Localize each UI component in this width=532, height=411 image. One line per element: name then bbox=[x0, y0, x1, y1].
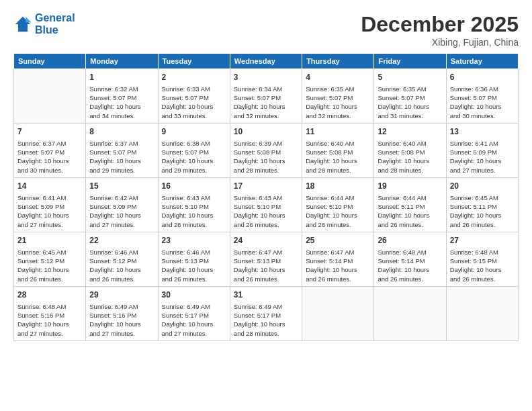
cell-3-5: 26Sunrise: 6:48 AM Sunset: 5:14 PM Dayli… bbox=[374, 232, 446, 286]
day-number: 9 bbox=[162, 126, 226, 138]
cell-3-3: 24Sunrise: 6:47 AM Sunset: 5:13 PM Dayli… bbox=[230, 232, 302, 286]
location: Xibing, Fujian, China bbox=[361, 37, 519, 48]
day-info: Sunrise: 6:36 AM Sunset: 5:07 PM Dayligh… bbox=[450, 85, 515, 120]
col-wednesday: Wednesday bbox=[230, 54, 302, 69]
cell-3-6: 27Sunrise: 6:48 AM Sunset: 5:15 PM Dayli… bbox=[446, 232, 518, 286]
day-number: 20 bbox=[450, 181, 515, 192]
day-number: 29 bbox=[89, 289, 154, 301]
day-info: Sunrise: 6:45 AM Sunset: 5:12 PM Dayligh… bbox=[17, 248, 82, 283]
cell-4-1: 29Sunrise: 6:49 AM Sunset: 5:16 PM Dayli… bbox=[86, 286, 158, 340]
day-number: 7 bbox=[17, 126, 82, 138]
cell-0-0 bbox=[14, 69, 86, 124]
cell-2-1: 15Sunrise: 6:42 AM Sunset: 5:09 PM Dayli… bbox=[86, 177, 158, 232]
cell-2-2: 16Sunrise: 6:43 AM Sunset: 5:10 PM Dayli… bbox=[158, 177, 230, 232]
day-info: Sunrise: 6:41 AM Sunset: 5:09 PM Dayligh… bbox=[450, 139, 515, 175]
day-info: Sunrise: 6:35 AM Sunset: 5:07 PM Dayligh… bbox=[378, 85, 442, 120]
title-block: December 2025 Xibing, Fujian, China bbox=[361, 12, 519, 48]
col-saturday: Saturday bbox=[446, 54, 518, 69]
day-info: Sunrise: 6:43 AM Sunset: 5:10 PM Dayligh… bbox=[234, 193, 298, 229]
day-number: 8 bbox=[89, 126, 154, 138]
cell-2-4: 18Sunrise: 6:44 AM Sunset: 5:10 PM Dayli… bbox=[302, 177, 374, 232]
day-info: Sunrise: 6:44 AM Sunset: 5:10 PM Dayligh… bbox=[306, 193, 370, 229]
cell-0-4: 4Sunrise: 6:35 AM Sunset: 5:07 PM Daylig… bbox=[302, 69, 374, 124]
day-number: 14 bbox=[17, 181, 82, 192]
day-number: 22 bbox=[89, 235, 154, 246]
cell-3-1: 22Sunrise: 6:46 AM Sunset: 5:12 PM Dayli… bbox=[86, 232, 158, 286]
logo-text: General Blue bbox=[35, 12, 75, 36]
month-title: December 2025 bbox=[361, 12, 519, 37]
col-tuesday: Tuesday bbox=[158, 54, 230, 69]
cell-4-0: 28Sunrise: 6:48 AM Sunset: 5:16 PM Dayli… bbox=[14, 286, 86, 340]
day-number: 6 bbox=[450, 72, 515, 83]
cell-0-3: 3Sunrise: 6:34 AM Sunset: 5:07 PM Daylig… bbox=[230, 69, 302, 124]
cell-1-4: 11Sunrise: 6:40 AM Sunset: 5:08 PM Dayli… bbox=[302, 123, 374, 177]
week-row-5: 28Sunrise: 6:48 AM Sunset: 5:16 PM Dayli… bbox=[14, 286, 519, 340]
day-number: 18 bbox=[306, 181, 370, 192]
day-number: 21 bbox=[17, 235, 82, 246]
day-info: Sunrise: 6:49 AM Sunset: 5:17 PM Dayligh… bbox=[162, 302, 226, 338]
header-row: Sunday Monday Tuesday Wednesday Thursday… bbox=[14, 54, 519, 69]
day-info: Sunrise: 6:46 AM Sunset: 5:12 PM Dayligh… bbox=[89, 248, 154, 283]
day-info: Sunrise: 6:48 AM Sunset: 5:14 PM Dayligh… bbox=[378, 248, 442, 283]
cell-4-6 bbox=[446, 286, 518, 340]
cell-1-3: 10Sunrise: 6:39 AM Sunset: 5:08 PM Dayli… bbox=[230, 123, 302, 177]
day-number: 4 bbox=[306, 72, 370, 83]
day-info: Sunrise: 6:40 AM Sunset: 5:08 PM Dayligh… bbox=[378, 139, 442, 175]
col-sunday: Sunday bbox=[14, 54, 86, 69]
cell-1-1: 8Sunrise: 6:37 AM Sunset: 5:07 PM Daylig… bbox=[86, 123, 158, 177]
calendar-page: General Blue December 2025 Xibing, Fujia… bbox=[0, 0, 532, 411]
day-number: 31 bbox=[234, 289, 298, 301]
day-info: Sunrise: 6:48 AM Sunset: 5:15 PM Dayligh… bbox=[450, 248, 515, 283]
week-row-2: 7Sunrise: 6:37 AM Sunset: 5:07 PM Daylig… bbox=[14, 123, 519, 177]
col-monday: Monday bbox=[86, 54, 158, 69]
day-info: Sunrise: 6:43 AM Sunset: 5:10 PM Dayligh… bbox=[162, 193, 226, 229]
cell-4-4 bbox=[302, 286, 374, 340]
day-number: 16 bbox=[162, 181, 226, 192]
calendar-table: Sunday Monday Tuesday Wednesday Thursday… bbox=[13, 53, 519, 341]
week-row-3: 14Sunrise: 6:41 AM Sunset: 5:09 PM Dayli… bbox=[14, 177, 519, 232]
cell-3-4: 25Sunrise: 6:47 AM Sunset: 5:14 PM Dayli… bbox=[302, 232, 374, 286]
cell-4-2: 30Sunrise: 6:49 AM Sunset: 5:17 PM Dayli… bbox=[158, 286, 230, 340]
day-number: 24 bbox=[234, 235, 298, 246]
day-info: Sunrise: 6:39 AM Sunset: 5:08 PM Dayligh… bbox=[234, 139, 298, 175]
cell-2-3: 17Sunrise: 6:43 AM Sunset: 5:10 PM Dayli… bbox=[230, 177, 302, 232]
day-info: Sunrise: 6:44 AM Sunset: 5:11 PM Dayligh… bbox=[378, 193, 442, 229]
day-number: 3 bbox=[234, 72, 298, 83]
cell-4-3: 31Sunrise: 6:49 AM Sunset: 5:17 PM Dayli… bbox=[230, 286, 302, 340]
day-info: Sunrise: 6:48 AM Sunset: 5:16 PM Dayligh… bbox=[17, 302, 82, 338]
day-number: 15 bbox=[89, 181, 154, 192]
day-info: Sunrise: 6:34 AM Sunset: 5:07 PM Dayligh… bbox=[234, 85, 298, 120]
cell-1-2: 9Sunrise: 6:38 AM Sunset: 5:07 PM Daylig… bbox=[158, 123, 230, 177]
day-number: 11 bbox=[306, 126, 370, 138]
cell-1-6: 13Sunrise: 6:41 AM Sunset: 5:09 PM Dayli… bbox=[446, 123, 518, 177]
logo: General Blue bbox=[13, 12, 75, 36]
day-info: Sunrise: 6:46 AM Sunset: 5:13 PM Dayligh… bbox=[162, 248, 226, 283]
week-row-1: 1Sunrise: 6:32 AM Sunset: 5:07 PM Daylig… bbox=[14, 69, 519, 124]
day-info: Sunrise: 6:47 AM Sunset: 5:13 PM Dayligh… bbox=[234, 248, 298, 283]
day-info: Sunrise: 6:33 AM Sunset: 5:07 PM Dayligh… bbox=[162, 85, 226, 120]
svg-marker-0 bbox=[15, 17, 30, 32]
cell-0-5: 5Sunrise: 6:35 AM Sunset: 5:07 PM Daylig… bbox=[374, 69, 446, 124]
cell-0-6: 6Sunrise: 6:36 AM Sunset: 5:07 PM Daylig… bbox=[446, 69, 518, 124]
day-number: 19 bbox=[378, 181, 442, 192]
svg-marker-1 bbox=[26, 17, 31, 22]
logo-icon bbox=[13, 15, 32, 34]
col-thursday: Thursday bbox=[302, 54, 374, 69]
day-number: 28 bbox=[17, 289, 82, 301]
day-info: Sunrise: 6:37 AM Sunset: 5:07 PM Dayligh… bbox=[89, 139, 154, 175]
cell-2-0: 14Sunrise: 6:41 AM Sunset: 5:09 PM Dayli… bbox=[14, 177, 86, 232]
cell-2-5: 19Sunrise: 6:44 AM Sunset: 5:11 PM Dayli… bbox=[374, 177, 446, 232]
day-info: Sunrise: 6:37 AM Sunset: 5:07 PM Dayligh… bbox=[17, 139, 82, 175]
day-info: Sunrise: 6:47 AM Sunset: 5:14 PM Dayligh… bbox=[306, 248, 370, 283]
day-number: 13 bbox=[450, 126, 515, 138]
day-info: Sunrise: 6:42 AM Sunset: 5:09 PM Dayligh… bbox=[89, 193, 154, 229]
day-number: 26 bbox=[378, 235, 442, 246]
header: General Blue December 2025 Xibing, Fujia… bbox=[13, 12, 519, 48]
day-number: 25 bbox=[306, 235, 370, 246]
day-info: Sunrise: 6:32 AM Sunset: 5:07 PM Dayligh… bbox=[89, 85, 154, 120]
day-number: 17 bbox=[234, 181, 298, 192]
cell-3-0: 21Sunrise: 6:45 AM Sunset: 5:12 PM Dayli… bbox=[14, 232, 86, 286]
day-number: 27 bbox=[450, 235, 515, 246]
cell-0-1: 1Sunrise: 6:32 AM Sunset: 5:07 PM Daylig… bbox=[86, 69, 158, 124]
day-info: Sunrise: 6:35 AM Sunset: 5:07 PM Dayligh… bbox=[306, 85, 370, 120]
